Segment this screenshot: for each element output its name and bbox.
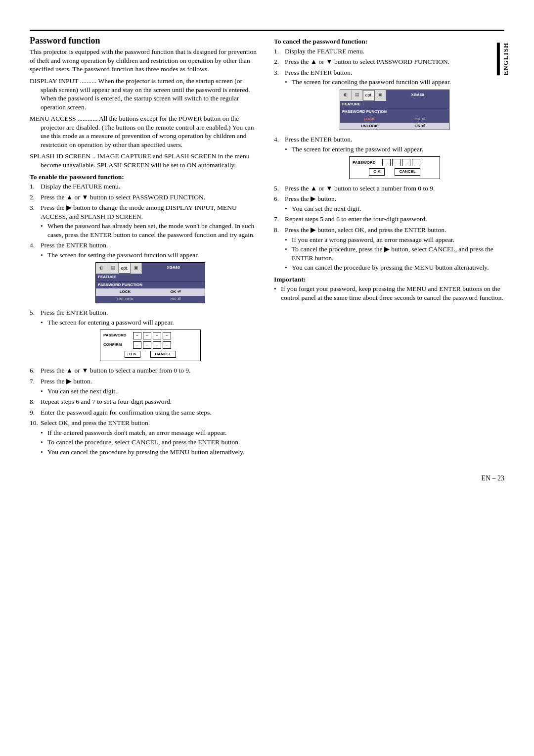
osd-figure-unlock: ◐ ▤ opt. ▣ XGA60 FEATURE PASSWORD FUNCTI…	[340, 90, 449, 131]
down-icon: ▼	[326, 58, 332, 65]
step-text: Press the ▶ button.	[285, 195, 336, 202]
up-icon: ▲	[311, 58, 317, 65]
step-text: Select OK, and press the ENTER button.	[41, 419, 150, 426]
cancel-steps: 1.Display the FEATURE menu. 2.Press the …	[274, 47, 504, 272]
page-number: EN – 23	[30, 474, 504, 483]
down-icon: ▼	[82, 193, 88, 201]
osd-resolution: XGA60	[386, 90, 449, 101]
osd-tab-icon: ◐	[340, 90, 352, 100]
osd-pwfunc-label: PASSWORD FUNCTION	[340, 108, 449, 115]
mode-display-input: DISPLAY INPUT .......... When the projec…	[30, 77, 260, 111]
up-icon: ▲	[66, 193, 73, 201]
sub-bullet: To cancel the procedure, select CANCEL, …	[41, 438, 260, 447]
step-text: Display the FEATURE menu.	[41, 183, 120, 190]
osd-row-unlock: UNLOCKOK ⏎	[96, 296, 205, 303]
step-text: Press the ▶ button.	[41, 378, 92, 385]
osd-tab-icon: ▣	[375, 90, 386, 100]
confirm-label: CONFIRM	[103, 342, 133, 347]
osd-feature-label: FEATURE	[96, 274, 205, 281]
enable-heading: To enable the password function:	[30, 173, 260, 182]
cancel-button: CANCEL	[150, 351, 176, 358]
right-icon: ▶	[311, 226, 316, 234]
step-text: Press the ▲ or ▼ button to select a numb…	[41, 367, 190, 374]
osd-row-lock: LOCKOK ⏎	[340, 116, 449, 123]
intro-text: This projector is equipped with the pass…	[30, 47, 260, 74]
sub-bullet: You can cancel the procedure by pressing…	[285, 263, 504, 272]
step-text: Press the ▲ or ▼ button to select a numb…	[285, 185, 435, 192]
mode-splash-id: SPLASH ID SCREEN .. IMAGE CAPTURE and SP…	[30, 152, 260, 169]
mode-label: MENU ACCESS ............	[30, 115, 97, 122]
step-text: Press the ENTER button.	[285, 136, 353, 143]
cancel-button: CANCEL	[395, 168, 420, 175]
pw-digits: ––––	[382, 159, 420, 166]
osd-pwfunc-label: PASSWORD FUNCTION	[96, 281, 205, 288]
sub-bullet: You can set the next digit.	[285, 204, 504, 213]
pw-label: PASSWORD	[353, 160, 382, 165]
cancel-heading: To cancel the password function:	[274, 37, 504, 46]
left-column: Password function This projector is equi…	[30, 35, 260, 459]
step-text: Press the ENTER button.	[41, 309, 108, 316]
password-entry-figure-single: PASSWORD –––– O KCANCEL	[349, 156, 440, 179]
mode-menu-access: MENU ACCESS ............ All the buttons…	[30, 114, 260, 149]
osd-tab-icon-selected: opt.	[119, 263, 131, 274]
osd-tab-icon: ▣	[131, 263, 142, 273]
sub-bullet: To cancel the procedure, press the ▶ but…	[285, 245, 504, 262]
important-heading: Important:	[274, 275, 504, 284]
right-icon: ▶	[66, 378, 72, 385]
step-text: Enter the password again for confirmatio…	[41, 409, 212, 416]
osd-feature-label: FEATURE	[340, 101, 449, 108]
password-entry-figure: PASSWORD –––– CONFIRM –––– O KCANCEL	[100, 330, 201, 361]
osd-tab-icon: ◐	[96, 263, 107, 273]
right-column: To cancel the password function: 1.Displ…	[274, 35, 504, 459]
important-list: If you forget your password, keep pressi…	[274, 284, 504, 302]
step-text: Press the ▶ button to change the mode am…	[41, 204, 237, 220]
osd-figure-lock: ◐ ▤ opt. ▣ XGA60 FEATURE PASSWORD FUNCTI…	[95, 262, 205, 303]
osd-resolution: XGA60	[142, 263, 205, 274]
sub-bullet: The screen for entering a password will …	[41, 318, 260, 327]
step-text: Press the ENTER button.	[41, 241, 108, 249]
ok-button: O K	[369, 168, 385, 175]
sub-bullet: The screen for setting the password func…	[41, 251, 260, 260]
right-icon: ▶	[311, 195, 316, 202]
step-text: Repeat steps 5 and 6 to enter the four-d…	[285, 215, 427, 223]
step-text: Press the ▲ or ▼ button to select PASSWO…	[285, 58, 449, 65]
ok-button: O K	[125, 351, 140, 358]
mode-label: DISPLAY INPUT ..........	[30, 77, 96, 85]
heading-password-function: Password function	[30, 35, 260, 47]
osd-tab-icon-selected: opt.	[363, 90, 375, 101]
mode-label: SPLASH ID SCREEN ..	[30, 152, 95, 160]
osd-tab-icon: ▤	[352, 90, 363, 100]
right-icon: ▶	[384, 245, 390, 253]
osd-row-lock: LOCKOK ⏎	[96, 288, 205, 295]
pw-digits: ––––	[133, 332, 171, 339]
pw-label: PASSWORD	[103, 333, 133, 338]
top-rule	[30, 30, 504, 31]
step-text: Press the ▶ button, select OK, and press…	[285, 226, 446, 234]
up-icon: ▲	[66, 367, 73, 374]
sub-bullet: If the entered passwords don't match, an…	[41, 428, 260, 437]
osd-row-unlock: UNLOCKOK ⏎	[340, 123, 449, 130]
sub-bullet: When the password has already been set, …	[41, 222, 260, 239]
important-bullet: If you forget your password, keep pressi…	[274, 284, 504, 302]
step-text: Repeat steps 6 and 7 to set a four-digit…	[41, 398, 172, 405]
right-icon: ▶	[66, 204, 72, 211]
up-icon: ▲	[311, 185, 317, 192]
sub-bullet: You can cancel the procedure by pressing…	[41, 448, 260, 457]
pw-digits: ––––	[133, 341, 171, 349]
sub-bullet: The screen for entering the password wil…	[285, 145, 504, 154]
step-text: Press the ENTER button.	[285, 69, 353, 76]
sub-bullet: You can set the next digit.	[41, 387, 260, 396]
down-icon: ▼	[82, 367, 88, 374]
sub-bullet: The screen for canceling the password fu…	[285, 78, 504, 87]
step-text: Display the FEATURE menu.	[285, 47, 364, 55]
step-text: Press the ▲ or ▼ button to select PASSWO…	[41, 193, 205, 201]
enable-steps: 1.Display the FEATURE menu. 2.Press the …	[30, 182, 260, 456]
down-icon: ▼	[326, 185, 332, 192]
sub-bullet: If you enter a wrong password, an error …	[285, 236, 504, 244]
osd-tab-icon: ▤	[107, 263, 119, 273]
